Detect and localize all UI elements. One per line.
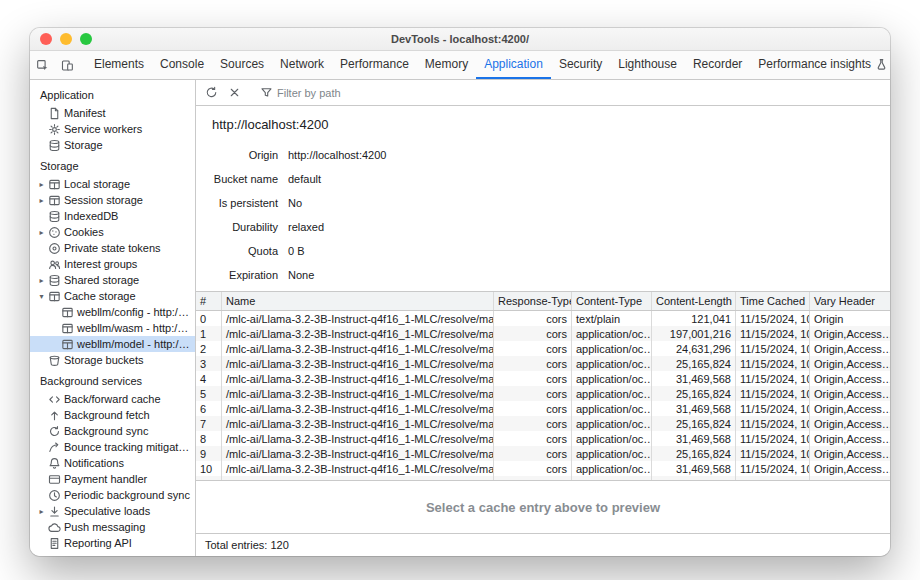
close-window-button[interactable]: [40, 33, 52, 45]
cache-entry-row[interactable]: 1/mlc-ai/Llama-3.2-3B-Instruct-q4f16_1-M…: [196, 326, 890, 341]
tab-memory[interactable]: Memory: [417, 51, 476, 79]
cache-entry-row[interactable]: 0/mlc-ai/Llama-3.2-3B-Instruct-q4f16_1-M…: [196, 311, 890, 326]
metadata-label: Quota: [212, 245, 278, 257]
sidebar-item-reporting-api[interactable]: Reporting API: [30, 535, 195, 551]
sidebar-item-webllm-model-http-loc[interactable]: webllm/model - http://loc…: [30, 336, 195, 352]
expand-arrow-icon[interactable]: ▾: [36, 292, 47, 301]
sidebar-item-notifications[interactable]: Notifications: [30, 455, 195, 471]
cache-entry-row[interactable]: 3/mlc-ai/Llama-3.2-3B-Instruct-q4f16_1-M…: [196, 356, 890, 371]
tab-console[interactable]: Console: [152, 51, 212, 79]
sidebar-section-storage[interactable]: Storage: [30, 153, 195, 176]
cell-content-type: application/oc…: [572, 416, 652, 431]
delete-selected-icon[interactable]: [224, 86, 245, 99]
table-icon: [60, 306, 75, 319]
sidebar-item-webllm-config-http-loc[interactable]: webllm/config - http://loc…: [30, 304, 195, 320]
metadata-label: Bucket name: [212, 173, 278, 185]
cache-entry-row[interactable]: 8/mlc-ai/Llama-3.2-3B-Instruct-q4f16_1-M…: [196, 431, 890, 446]
metadata-label: Durability: [212, 221, 278, 233]
table-icon: [47, 194, 62, 207]
document-icon: [47, 107, 62, 120]
cache-entry-row[interactable]: 2/mlc-ai/Llama-3.2-3B-Instruct-q4f16_1-M…: [196, 341, 890, 356]
sidebar-item-push-messaging[interactable]: Push messaging: [30, 519, 195, 535]
window-titlebar[interactable]: DevTools - localhost:4200/: [30, 28, 890, 51]
column-header-name[interactable]: Name: [222, 292, 494, 310]
sidebar-item-storage[interactable]: Storage: [30, 137, 195, 153]
sidebar-item-cache-storage[interactable]: ▾Cache storage: [30, 288, 195, 304]
clock-icon: [47, 489, 62, 502]
cell-: 2: [196, 341, 222, 356]
sidebar-item-session-storage[interactable]: ▸Session storage: [30, 192, 195, 208]
sidebar-item-background-fetch[interactable]: Background fetch: [30, 407, 195, 423]
zoom-window-button[interactable]: [80, 33, 92, 45]
sidebar-item-label: Service workers: [62, 123, 191, 135]
cell-content-length: 31,469,568: [652, 461, 736, 476]
database-icon: [47, 274, 62, 287]
tab-application[interactable]: Application: [476, 51, 551, 79]
column-header-content-type[interactable]: Content-Type: [572, 292, 652, 310]
database-icon: [47, 210, 62, 223]
cell-content-type: application/oc…: [572, 326, 652, 341]
tab-recorder[interactable]: Recorder: [685, 51, 750, 79]
column-header-content-length[interactable]: Content-Length: [652, 292, 736, 310]
inspect-element-icon[interactable]: [30, 51, 55, 79]
expand-arrow-icon[interactable]: ▸: [36, 276, 47, 285]
sidebar-item-speculative-loads[interactable]: ▸Speculative loads: [30, 503, 195, 519]
cell-time-cached: 11/15/2024, 10…: [736, 431, 810, 446]
cache-entry-row[interactable]: 9/mlc-ai/Llama-3.2-3B-Instruct-q4f16_1-M…: [196, 446, 890, 461]
tab-performance[interactable]: Performance: [332, 51, 417, 79]
column-header-time-cached[interactable]: Time Cached: [736, 292, 810, 310]
sidebar-item-webllm-wasm-http-loca[interactable]: webllm/wasm - http://loca…: [30, 320, 195, 336]
cache-entry-row[interactable]: 7/mlc-ai/Llama-3.2-3B-Instruct-q4f16_1-M…: [196, 416, 890, 431]
tab-label: Sources: [220, 57, 264, 71]
column-header-[interactable]: #: [196, 292, 222, 310]
cell-name: /mlc-ai/Llama-3.2-3B-Instruct-q4f16_1-ML…: [222, 371, 494, 386]
tab-security[interactable]: Security: [551, 51, 610, 79]
filter-by-path-input[interactable]: Filter by path: [256, 86, 345, 99]
expand-arrow-icon[interactable]: ▸: [36, 196, 47, 205]
tab-elements[interactable]: Elements: [86, 51, 152, 79]
sidebar-item-interest-groups[interactable]: Interest groups: [30, 256, 195, 272]
sidebar-item-storage-buckets[interactable]: Storage buckets: [30, 352, 195, 368]
devtools-tabbar: ElementsConsoleSourcesNetworkPerformance…: [30, 51, 890, 80]
sidebar-item-payment-handler[interactable]: Payment handler: [30, 471, 195, 487]
expand-arrow-icon[interactable]: ▸: [36, 180, 47, 189]
tab-performance-insights[interactable]: Performance insights: [750, 51, 890, 79]
sidebar-item-periodic-background-sync[interactable]: Periodic background sync: [30, 487, 195, 503]
column-header-vary-header[interactable]: Vary Header: [810, 292, 890, 310]
sidebar-section-application[interactable]: Application: [30, 82, 195, 105]
tab-label: Performance: [340, 57, 409, 71]
sidebar-item-back-forward-cache[interactable]: Back/forward cache: [30, 391, 195, 407]
sidebar-item-service-workers[interactable]: Service workers: [30, 121, 195, 137]
cache-entry-row[interactable]: 6/mlc-ai/Llama-3.2-3B-Instruct-q4f16_1-M…: [196, 401, 890, 416]
cell-response-type: cors: [494, 446, 572, 461]
tab-network[interactable]: Network: [272, 51, 332, 79]
minimize-window-button[interactable]: [60, 33, 72, 45]
tab-lighthouse[interactable]: Lighthouse: [610, 51, 685, 79]
device-toolbar-icon[interactable]: [55, 51, 80, 79]
cell-: 8: [196, 431, 222, 446]
expand-arrow-icon[interactable]: ▸: [36, 228, 47, 237]
sidebar-item-background-sync[interactable]: Background sync: [30, 423, 195, 439]
sidebar-item-local-storage[interactable]: ▸Local storage: [30, 176, 195, 192]
metadata-label: Origin: [212, 149, 278, 161]
sidebar-item-bounce-tracking-mitigations[interactable]: Bounce tracking mitigations: [30, 439, 195, 455]
expand-arrow-icon[interactable]: ▸: [36, 507, 47, 516]
sidebar-item-manifest[interactable]: Manifest: [30, 105, 195, 121]
workers-icon: [47, 123, 62, 136]
cache-entry-row[interactable]: 4/mlc-ai/Llama-3.2-3B-Instruct-q4f16_1-M…: [196, 371, 890, 386]
sidebar-item-indexeddb[interactable]: IndexedDB: [30, 208, 195, 224]
column-header-response-type[interactable]: Response-Type: [494, 292, 572, 310]
table-icon: [60, 322, 75, 335]
cell-content-length: 31,469,568: [652, 401, 736, 416]
cache-entry-row[interactable]: 10/mlc-ai/Llama-3.2-3B-Instruct-q4f16_1-…: [196, 461, 890, 476]
sidebar-item-private-state-tokens[interactable]: Private state tokens: [30, 240, 195, 256]
sync-icon: [47, 425, 62, 438]
sidebar-section-background-services[interactable]: Background services: [30, 368, 195, 391]
cell-name: /mlc-ai/Llama-3.2-3B-Instruct-q4f16_1-ML…: [222, 341, 494, 356]
refresh-icon[interactable]: [201, 86, 222, 99]
tab-sources[interactable]: Sources: [212, 51, 272, 79]
sidebar-item-cookies[interactable]: ▸Cookies: [30, 224, 195, 240]
sidebar-item-shared-storage[interactable]: ▸Shared storage: [30, 272, 195, 288]
cell-time-cached: 11/15/2024, 10…: [736, 416, 810, 431]
cache-entry-row[interactable]: 5/mlc-ai/Llama-3.2-3B-Instruct-q4f16_1-M…: [196, 386, 890, 401]
